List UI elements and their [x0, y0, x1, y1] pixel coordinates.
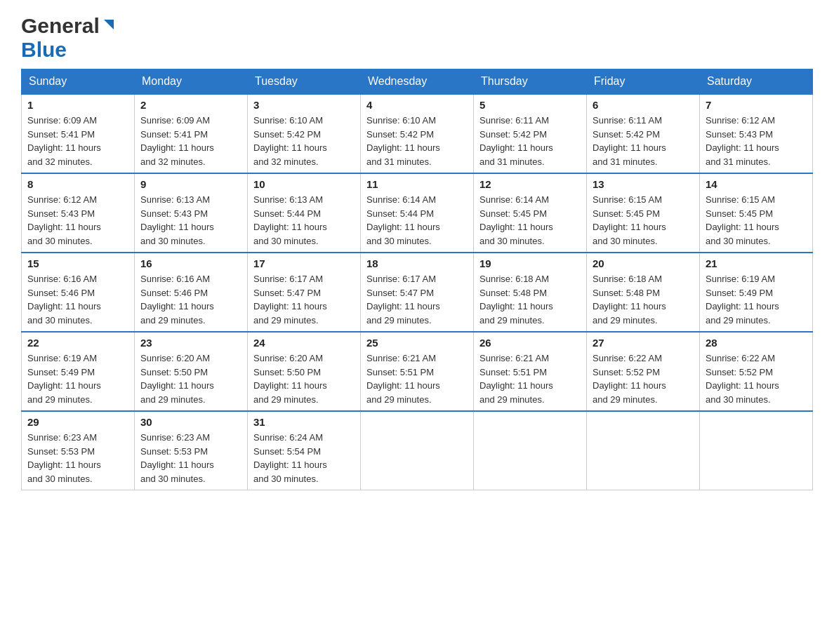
calendar-cell	[361, 411, 474, 490]
calendar-week-4: 22 Sunrise: 6:19 AM Sunset: 5:49 PM Dayl…	[22, 332, 813, 411]
day-info: Sunrise: 6:20 AM Sunset: 5:50 PM Dayligh…	[253, 351, 355, 406]
calendar-cell: 23 Sunrise: 6:20 AM Sunset: 5:50 PM Dayl…	[135, 332, 248, 411]
calendar-cell: 6 Sunrise: 6:11 AM Sunset: 5:42 PM Dayli…	[587, 94, 700, 173]
col-header-wednesday: Wednesday	[361, 69, 474, 95]
day-info: Sunrise: 6:15 AM Sunset: 5:45 PM Dayligh…	[593, 193, 694, 248]
day-number: 19	[479, 257, 581, 269]
day-info: Sunrise: 6:23 AM Sunset: 5:53 PM Dayligh…	[27, 431, 128, 485]
logo: General Blue	[21, 14, 117, 62]
day-number: 12	[479, 178, 581, 190]
day-info: Sunrise: 6:09 AM Sunset: 5:41 PM Dayligh…	[27, 114, 128, 168]
calendar-week-5: 29 Sunrise: 6:23 AM Sunset: 5:53 PM Dayl…	[22, 411, 813, 490]
logo-blue-text: Blue	[21, 38, 67, 61]
day-info: Sunrise: 6:13 AM Sunset: 5:44 PM Dayligh…	[253, 193, 355, 248]
calendar-cell: 31 Sunrise: 6:24 AM Sunset: 5:54 PM Dayl…	[248, 411, 361, 490]
day-number: 3	[253, 99, 355, 111]
calendar-header-row: SundayMondayTuesdayWednesdayThursdayFrid…	[22, 69, 813, 95]
day-info: Sunrise: 6:12 AM Sunset: 5:43 PM Dayligh…	[27, 193, 128, 248]
calendar-cell: 1 Sunrise: 6:09 AM Sunset: 5:41 PM Dayli…	[22, 94, 135, 173]
calendar-cell: 2 Sunrise: 6:09 AM Sunset: 5:41 PM Dayli…	[135, 94, 248, 173]
day-info: Sunrise: 6:19 AM Sunset: 5:49 PM Dayligh…	[706, 272, 807, 327]
day-info: Sunrise: 6:16 AM Sunset: 5:46 PM Dayligh…	[140, 272, 241, 327]
logo-general-text: General	[21, 14, 100, 38]
day-number: 17	[253, 257, 355, 269]
calendar-cell: 9 Sunrise: 6:13 AM Sunset: 5:43 PM Dayli…	[135, 173, 248, 253]
day-number: 23	[140, 337, 241, 349]
day-number: 27	[593, 337, 694, 349]
day-info: Sunrise: 6:22 AM Sunset: 5:52 PM Dayligh…	[706, 351, 807, 406]
col-header-sunday: Sunday	[22, 69, 135, 95]
day-info: Sunrise: 6:21 AM Sunset: 5:51 PM Dayligh…	[479, 351, 581, 406]
day-info: Sunrise: 6:19 AM Sunset: 5:49 PM Dayligh…	[27, 351, 128, 406]
calendar-cell: 4 Sunrise: 6:10 AM Sunset: 5:42 PM Dayli…	[361, 94, 474, 173]
logo-arrow-icon	[101, 17, 117, 35]
col-header-thursday: Thursday	[474, 69, 587, 95]
calendar-cell: 30 Sunrise: 6:23 AM Sunset: 5:53 PM Dayl…	[135, 411, 248, 490]
page-header: General Blue	[21, 14, 813, 62]
col-header-saturday: Saturday	[700, 69, 813, 95]
day-number: 29	[27, 416, 128, 428]
calendar-cell	[700, 411, 813, 490]
day-info: Sunrise: 6:16 AM Sunset: 5:46 PM Dayligh…	[27, 272, 128, 327]
day-number: 6	[593, 99, 694, 111]
calendar-cell: 24 Sunrise: 6:20 AM Sunset: 5:50 PM Dayl…	[248, 332, 361, 411]
day-number: 8	[27, 178, 128, 190]
day-number: 24	[253, 337, 355, 349]
day-info: Sunrise: 6:09 AM Sunset: 5:41 PM Dayligh…	[140, 114, 241, 168]
day-number: 1	[27, 99, 128, 111]
calendar-cell: 10 Sunrise: 6:13 AM Sunset: 5:44 PM Dayl…	[248, 173, 361, 253]
day-info: Sunrise: 6:21 AM Sunset: 5:51 PM Dayligh…	[366, 351, 468, 406]
day-info: Sunrise: 6:13 AM Sunset: 5:43 PM Dayligh…	[140, 193, 241, 248]
calendar-cell: 22 Sunrise: 6:19 AM Sunset: 5:49 PM Dayl…	[22, 332, 135, 411]
calendar-cell: 25 Sunrise: 6:21 AM Sunset: 5:51 PM Dayl…	[361, 332, 474, 411]
calendar-cell: 18 Sunrise: 6:17 AM Sunset: 5:47 PM Dayl…	[361, 253, 474, 332]
calendar-week-3: 15 Sunrise: 6:16 AM Sunset: 5:46 PM Dayl…	[22, 253, 813, 332]
calendar-cell: 13 Sunrise: 6:15 AM Sunset: 5:45 PM Dayl…	[587, 173, 700, 253]
day-info: Sunrise: 6:20 AM Sunset: 5:50 PM Dayligh…	[140, 351, 241, 406]
day-number: 26	[479, 337, 581, 349]
day-number: 13	[593, 178, 694, 190]
calendar-cell: 27 Sunrise: 6:22 AM Sunset: 5:52 PM Dayl…	[587, 332, 700, 411]
calendar-week-2: 8 Sunrise: 6:12 AM Sunset: 5:43 PM Dayli…	[22, 173, 813, 253]
day-number: 16	[140, 257, 241, 269]
day-number: 5	[479, 99, 581, 111]
day-number: 10	[253, 178, 355, 190]
col-header-monday: Monday	[135, 69, 248, 95]
day-info: Sunrise: 6:14 AM Sunset: 5:45 PM Dayligh…	[479, 193, 581, 248]
calendar-cell: 26 Sunrise: 6:21 AM Sunset: 5:51 PM Dayl…	[474, 332, 587, 411]
day-number: 31	[253, 416, 355, 428]
calendar-cell: 11 Sunrise: 6:14 AM Sunset: 5:44 PM Dayl…	[361, 173, 474, 253]
calendar-cell: 17 Sunrise: 6:17 AM Sunset: 5:47 PM Dayl…	[248, 253, 361, 332]
day-info: Sunrise: 6:23 AM Sunset: 5:53 PM Dayligh…	[140, 431, 241, 485]
day-number: 18	[366, 257, 468, 269]
day-info: Sunrise: 6:12 AM Sunset: 5:43 PM Dayligh…	[706, 114, 807, 168]
day-number: 21	[706, 257, 807, 269]
day-number: 2	[140, 99, 241, 111]
day-number: 30	[140, 416, 241, 428]
day-number: 20	[593, 257, 694, 269]
day-info: Sunrise: 6:11 AM Sunset: 5:42 PM Dayligh…	[479, 114, 581, 168]
calendar-cell: 19 Sunrise: 6:18 AM Sunset: 5:48 PM Dayl…	[474, 253, 587, 332]
day-info: Sunrise: 6:18 AM Sunset: 5:48 PM Dayligh…	[593, 272, 694, 327]
calendar-cell: 28 Sunrise: 6:22 AM Sunset: 5:52 PM Dayl…	[700, 332, 813, 411]
day-number: 25	[366, 337, 468, 349]
calendar-cell: 21 Sunrise: 6:19 AM Sunset: 5:49 PM Dayl…	[700, 253, 813, 332]
calendar-cell: 14 Sunrise: 6:15 AM Sunset: 5:45 PM Dayl…	[700, 173, 813, 253]
day-number: 22	[27, 337, 128, 349]
calendar-cell: 16 Sunrise: 6:16 AM Sunset: 5:46 PM Dayl…	[135, 253, 248, 332]
calendar-cell: 15 Sunrise: 6:16 AM Sunset: 5:46 PM Dayl…	[22, 253, 135, 332]
day-info: Sunrise: 6:15 AM Sunset: 5:45 PM Dayligh…	[706, 193, 807, 248]
day-number: 4	[366, 99, 468, 111]
day-info: Sunrise: 6:14 AM Sunset: 5:44 PM Dayligh…	[366, 193, 468, 248]
day-info: Sunrise: 6:11 AM Sunset: 5:42 PM Dayligh…	[593, 114, 694, 168]
day-info: Sunrise: 6:24 AM Sunset: 5:54 PM Dayligh…	[253, 431, 355, 485]
calendar-cell: 20 Sunrise: 6:18 AM Sunset: 5:48 PM Dayl…	[587, 253, 700, 332]
calendar-cell: 5 Sunrise: 6:11 AM Sunset: 5:42 PM Dayli…	[474, 94, 587, 173]
day-number: 9	[140, 178, 241, 190]
day-info: Sunrise: 6:17 AM Sunset: 5:47 PM Dayligh…	[366, 272, 468, 327]
day-number: 28	[706, 337, 807, 349]
calendar-cell: 8 Sunrise: 6:12 AM Sunset: 5:43 PM Dayli…	[22, 173, 135, 253]
calendar-cell	[587, 411, 700, 490]
col-header-friday: Friday	[587, 69, 700, 95]
calendar-cell	[474, 411, 587, 490]
